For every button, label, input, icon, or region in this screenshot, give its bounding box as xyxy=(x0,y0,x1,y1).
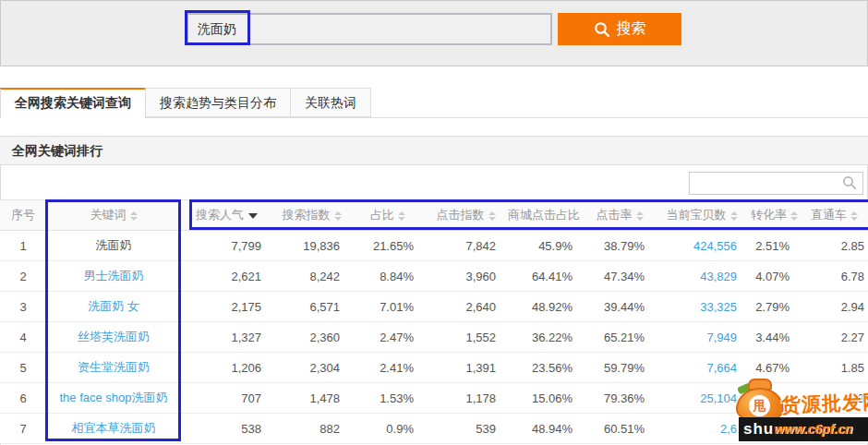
cell-keyword: 洗面奶 xyxy=(46,231,181,261)
tab-bar: 全网搜索关键词查询 搜索趋势与类目分布 关联热词 xyxy=(0,88,371,118)
cell-share: 2.47% xyxy=(351,322,425,353)
cell-items[interactable]: 43,829 xyxy=(656,261,748,292)
cell-click_index: 539 xyxy=(425,414,507,444)
column-header-keyword[interactable]: 关键词 xyxy=(46,200,181,231)
cell-mall_click_share: 36.22% xyxy=(507,322,584,353)
watermark-url: www.c6pf.cn xyxy=(774,422,852,437)
cell-items[interactable]: 424,556 xyxy=(656,231,748,261)
cell-search_popularity: 7,799 xyxy=(181,231,272,261)
cell-click_index: 1,391 xyxy=(425,353,507,383)
cell-click_rate: 60.51% xyxy=(584,414,656,444)
tab-related-hotwords[interactable]: 关联热词 xyxy=(290,88,371,117)
cell-click_index: 1,552 xyxy=(425,322,507,353)
cell-keyword[interactable]: 相宜本草洗面奶 xyxy=(46,414,181,444)
cell-keyword[interactable]: 男士洗面奶 xyxy=(46,261,181,292)
cell-click_rate: 79.36% xyxy=(584,383,656,414)
cell-keyword[interactable]: 资生堂洗面奶 xyxy=(46,353,181,383)
cell-click_rate: 47.34% xyxy=(584,261,656,292)
cell-search_index: 2,304 xyxy=(272,353,351,383)
cell-share: 0.9% xyxy=(351,414,425,444)
sort-toggle-icon[interactable] xyxy=(334,211,342,221)
cell-search_index: 8,242 xyxy=(272,261,351,292)
sort-toggle-icon[interactable] xyxy=(488,211,496,221)
column-header-click_index[interactable]: 点击指数 xyxy=(425,200,507,231)
cell-mall_click_share: 23.56% xyxy=(507,353,584,383)
cell-search_popularity: 1,206 xyxy=(181,353,272,383)
cell-search_popularity: 1,327 xyxy=(181,322,272,353)
cell-search_popularity: 707 xyxy=(181,383,272,414)
cell-search_popularity: 538 xyxy=(181,414,272,444)
cell-search_index: 882 xyxy=(272,414,351,444)
cell-conversion: 4.07% xyxy=(748,261,801,292)
moneybag-character: 甩 xyxy=(749,395,770,416)
sort-toggle-icon[interactable] xyxy=(636,211,644,221)
column-header-mall_click_share[interactable]: 商城点击占比 xyxy=(507,200,584,231)
column-header-share[interactable]: 占比 xyxy=(351,200,425,231)
column-header-search_popularity[interactable]: 搜索人气 xyxy=(181,200,272,231)
tab-keyword-query[interactable]: 全网搜索关键词查询 xyxy=(0,88,146,118)
cell-conversion: 2.79% xyxy=(748,292,801,322)
cell-search_index: 6,571 xyxy=(272,292,351,322)
cell-click_index: 3,960 xyxy=(425,261,507,292)
cell-click_rate: 38.79% xyxy=(584,231,656,261)
cell-search_index: 19,836 xyxy=(272,231,351,261)
table-row: 1洗面奶7,79919,83621.65%7,84245.9%38.79%424… xyxy=(0,231,868,261)
tab-trend-category[interactable]: 搜索趋势与类目分布 xyxy=(145,88,291,117)
cell-click_index: 1,178 xyxy=(425,383,507,414)
keyword-search-input[interactable] xyxy=(187,13,552,45)
cell-search_index: 1,478 xyxy=(272,383,351,414)
sort-toggle-icon[interactable] xyxy=(130,211,138,221)
cell-search_popularity: 2,621 xyxy=(181,261,272,292)
column-header-ztc[interactable]: 直通车 xyxy=(801,200,868,231)
cell-rank: 5 xyxy=(0,353,46,383)
column-header-items[interactable]: 当前宝贝数 xyxy=(656,200,748,231)
column-header-rank: 序号 xyxy=(0,200,46,231)
cell-rank: 1 xyxy=(0,231,46,261)
filter-search-icon[interactable] xyxy=(842,175,857,190)
cell-items[interactable]: 2,6 xyxy=(656,414,748,444)
cell-keyword[interactable]: 丝塔芙洗面奶 xyxy=(46,322,181,353)
sort-toggle-icon[interactable] xyxy=(790,211,798,221)
search-icon xyxy=(594,21,610,38)
table-row: 4丝塔芙洗面奶1,3272,3602.47%1,55236.22%65.21%7… xyxy=(0,322,868,353)
cell-items[interactable]: 7,664 xyxy=(656,353,748,383)
cell-search_index: 2,360 xyxy=(272,322,351,353)
top-search-panel: 搜索 xyxy=(0,0,868,66)
column-header-click_rate[interactable]: 点击率 xyxy=(584,200,656,231)
watermark-url-strip: shu www.c6pf.cn xyxy=(739,417,868,441)
cell-conversion: 2.51% xyxy=(748,231,801,261)
cell-share: 1.53% xyxy=(351,383,425,414)
cell-click_rate: 59.79% xyxy=(584,353,656,383)
cell-rank: 7 xyxy=(0,414,46,444)
cell-click_rate: 39.44% xyxy=(584,292,656,322)
cell-items[interactable]: 33,325 xyxy=(656,292,748,322)
sort-toggle-icon[interactable] xyxy=(398,211,405,221)
cell-click_index: 7,842 xyxy=(425,231,507,261)
cell-keyword[interactable]: the face shop洗面奶 xyxy=(46,383,181,414)
cell-items[interactable]: 25,104 xyxy=(656,383,748,414)
cell-keyword[interactable]: 洗面奶 女 xyxy=(46,292,181,322)
cell-ztc: 2.85 xyxy=(801,231,868,261)
sort-desc-icon[interactable] xyxy=(248,213,258,219)
cell-mall_click_share: 45.9% xyxy=(507,231,584,261)
cell-rank: 4 xyxy=(0,322,46,353)
cell-rank: 3 xyxy=(0,292,46,322)
cell-mall_click_share: 15.06% xyxy=(507,383,584,414)
search-button-label: 搜索 xyxy=(617,19,646,39)
search-button[interactable]: 搜索 xyxy=(558,13,681,45)
cell-items[interactable]: 7,949 xyxy=(656,322,748,353)
cell-share: 21.65% xyxy=(351,231,425,261)
watermark-site-name: 货源批发网 xyxy=(781,389,868,418)
table-row: 3洗面奶 女2,1756,5717.01%2,64048.92%39.44%33… xyxy=(0,292,868,322)
column-header-conversion[interactable]: 转化率 xyxy=(748,200,801,231)
sort-toggle-icon[interactable] xyxy=(730,211,738,221)
cell-share: 8.84% xyxy=(351,261,425,292)
cell-share: 2.41% xyxy=(351,353,425,383)
cell-rank: 2 xyxy=(0,261,46,292)
watermark-url-prefix: shu xyxy=(743,420,774,439)
column-header-search_index[interactable]: 搜索指数 xyxy=(272,200,351,231)
table-filter-input[interactable] xyxy=(689,172,863,195)
cell-click_index: 2,640 xyxy=(425,292,507,322)
sort-toggle-icon[interactable] xyxy=(850,211,858,221)
cell-share: 7.01% xyxy=(351,292,425,322)
